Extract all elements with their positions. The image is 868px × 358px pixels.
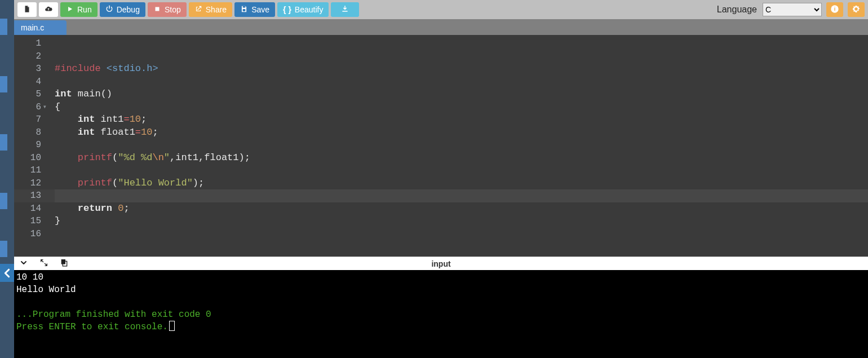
- line-number: 15: [19, 215, 41, 228]
- line-number: 10: [19, 152, 41, 165]
- code-line[interactable]: [55, 76, 868, 89]
- line-number: 16: [19, 228, 41, 241]
- rail-segment: [0, 19, 7, 35]
- code-editor[interactable]: 12345678910111213141516 #include <stdio.…: [14, 35, 868, 257]
- editor-gutter: 12345678910111213141516: [14, 35, 47, 257]
- share-label: Share: [206, 5, 227, 14]
- expand-sidebar-button[interactable]: [0, 264, 14, 282]
- line-number: 6: [19, 101, 41, 114]
- settings-button[interactable]: [848, 2, 865, 17]
- line-number: 11: [19, 164, 41, 177]
- gear-icon: [852, 5, 861, 15]
- debug-label: Debug: [117, 5, 140, 14]
- code-line[interactable]: [55, 37, 868, 50]
- stop-button[interactable]: Stop: [148, 2, 187, 17]
- code-line[interactable]: [55, 50, 868, 63]
- main-area: Run Debug Stop Share Save: [14, 0, 868, 358]
- svg-text:i: i: [834, 6, 836, 12]
- info-button[interactable]: i: [826, 2, 843, 17]
- line-number: 4: [19, 76, 41, 89]
- rail-segment: [0, 193, 7, 209]
- stop-icon: [153, 5, 161, 15]
- share-icon: [194, 5, 202, 15]
- line-number: 8: [19, 126, 41, 139]
- run-label: Run: [77, 5, 92, 14]
- save-icon: [240, 5, 248, 15]
- line-number: 7: [19, 113, 41, 126]
- code-line[interactable]: printf("%d %d\n",int1,float1);: [55, 152, 868, 165]
- stop-label: Stop: [165, 5, 181, 14]
- info-icon: i: [830, 5, 839, 15]
- new-file-button[interactable]: [17, 2, 37, 17]
- console-exit-message: ...Program finished with exit code 0 Pre…: [16, 310, 211, 332]
- svg-rect-1: [243, 6, 246, 7]
- expand-icon: [39, 258, 48, 269]
- play-icon: [66, 5, 74, 15]
- code-line[interactable]: printf("Hello World");: [55, 177, 868, 190]
- line-number: 3: [19, 63, 41, 76]
- line-number: 9: [19, 139, 41, 152]
- code-line[interactable]: [55, 164, 868, 177]
- rail-segment: [0, 241, 7, 257]
- tab-label: main.c: [21, 23, 44, 32]
- tab-strip: main.c: [14, 19, 868, 35]
- editor-code[interactable]: #include <stdio.h> int main(){ int int1=…: [47, 35, 868, 257]
- braces-icon: { }: [283, 5, 291, 14]
- console-cursor: [169, 321, 175, 331]
- line-number: 1: [19, 37, 41, 50]
- svg-rect-2: [243, 9, 246, 11]
- cloud-upload-icon: [45, 5, 52, 15]
- toolbar: Run Debug Stop Share Save: [14, 0, 868, 19]
- rail-segment: [0, 134, 7, 151]
- collapse-console-button[interactable]: [19, 259, 29, 269]
- code-line[interactable]: int main(): [55, 88, 868, 101]
- code-line[interactable]: [55, 139, 868, 152]
- save-button[interactable]: Save: [234, 2, 275, 17]
- copy-console-button[interactable]: [59, 259, 69, 269]
- language-select[interactable]: C: [763, 3, 822, 16]
- beautify-label: Beautify: [295, 5, 324, 14]
- copy-icon: [60, 258, 69, 269]
- line-number: 14: [19, 202, 41, 215]
- svg-rect-0: [155, 7, 159, 11]
- code-line[interactable]: int float1=10;: [55, 126, 868, 139]
- line-number: 5: [19, 88, 41, 101]
- line-number: 2: [19, 50, 41, 63]
- tab-main-c[interactable]: main.c: [14, 20, 67, 35]
- left-rail: [0, 0, 14, 358]
- debug-button[interactable]: Debug: [100, 2, 145, 17]
- svg-rect-6: [61, 259, 65, 264]
- download-icon: [341, 5, 349, 15]
- beautify-button[interactable]: { } Beautify: [277, 2, 329, 17]
- save-label: Save: [251, 5, 269, 14]
- run-button[interactable]: Run: [60, 2, 98, 17]
- line-number: 12: [19, 177, 41, 190]
- power-icon: [105, 5, 113, 15]
- language-label: Language: [717, 5, 757, 15]
- share-button[interactable]: Share: [189, 2, 232, 17]
- fullscreen-console-button[interactable]: [39, 259, 49, 269]
- chevron-down-icon: [19, 258, 28, 269]
- code-line[interactable]: }: [55, 215, 868, 228]
- code-line[interactable]: [55, 228, 868, 241]
- rail-segment: [0, 76, 7, 92]
- code-line[interactable]: {: [55, 101, 868, 114]
- download-button[interactable]: [331, 2, 359, 17]
- code-line[interactable]: #include <stdio.h>: [55, 63, 868, 76]
- console-output[interactable]: 10 10 Hello World ...Program finished wi…: [14, 270, 868, 358]
- upload-button[interactable]: [39, 2, 58, 17]
- file-icon: [23, 5, 31, 15]
- code-line[interactable]: return 0;: [55, 202, 868, 215]
- console-toolbar: input: [14, 257, 868, 270]
- console-stdout: 10 10 Hello World: [16, 272, 76, 295]
- code-line[interactable]: [55, 189, 868, 202]
- console-input-label: input: [431, 259, 450, 268]
- code-line[interactable]: int int1=10;: [55, 113, 868, 126]
